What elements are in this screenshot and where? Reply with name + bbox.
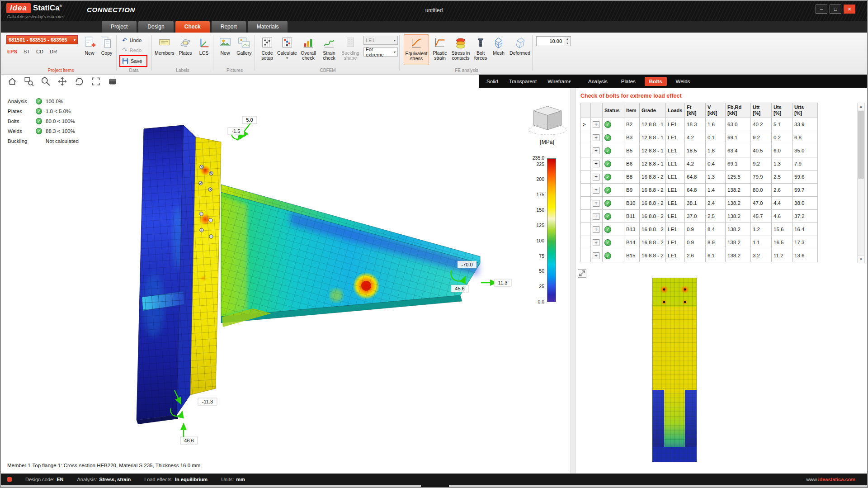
bolt-forces-button[interactable]: Bolt forces xyxy=(472,34,489,65)
home-icon[interactable] xyxy=(7,76,17,86)
model-3d-view[interactable]: 5.0 -1.5 -70.0 45.6 11.3 -11.3 46.6 xyxy=(1,88,571,461)
cell-item: B2 xyxy=(624,118,640,131)
extreme-filter-dropdown[interactable]: For extreme▾ xyxy=(363,47,398,57)
plastic-strain-button[interactable]: Plastic strain xyxy=(430,34,449,65)
statusbar-item: Analysis:Stress, strain xyxy=(77,477,131,482)
tab-design[interactable]: Design xyxy=(138,21,173,33)
status-ok-icon: ✓ xyxy=(604,200,611,207)
table-row[interactable]: >+✓B212 8.8 - 1LE118.31.663.040.25.133.9 xyxy=(581,118,818,131)
table-row[interactable]: +✓B1116 8.8 - 2LE137.02.5138.245.74.637.… xyxy=(581,210,818,223)
cell-v: 8.9 xyxy=(706,236,726,249)
viewport-3d[interactable]: SolidTransparentWireframe xyxy=(1,75,571,474)
new-project-button[interactable]: New xyxy=(81,34,98,65)
panel-splitter[interactable] xyxy=(571,75,576,474)
table-row[interactable]: +✓B512 8.8 - 1LE118.51.863.440.56.035.0 xyxy=(581,144,818,157)
close-button[interactable]: ✕ xyxy=(844,5,855,14)
expand-plus-button[interactable]: + xyxy=(593,161,599,167)
strain-check-button[interactable]: Strain check xyxy=(320,34,338,65)
expand-plus-button[interactable]: + xyxy=(593,226,599,233)
scale-input[interactable] xyxy=(536,36,564,46)
cell-uts: 1.3 xyxy=(772,157,793,171)
plates-labels-button[interactable]: Plates xyxy=(175,34,195,65)
zoom-window-icon[interactable] xyxy=(24,76,34,86)
table-scrollbar[interactable]: ▲ ▼ xyxy=(857,103,865,263)
buckling-shape-button[interactable]: Buckling shape xyxy=(339,34,362,65)
cell-item: B15 xyxy=(624,249,640,262)
orientation-cube[interactable] xyxy=(528,106,566,135)
fit-view-icon[interactable] xyxy=(91,76,101,86)
calculate-button[interactable]: Calculate ▾ xyxy=(278,34,297,65)
cell-grade: 16 8.8 - 2 xyxy=(640,197,666,210)
load-case-dropdown[interactable]: LE1▾ xyxy=(363,36,398,45)
scroll-up-icon[interactable]: ▲ xyxy=(858,103,864,110)
code-setup-button[interactable]: Code setup xyxy=(258,34,277,65)
mesh-button[interactable]: Mesh xyxy=(490,34,507,65)
table-row[interactable]: +✓B916 8.8 - 2LE164.81.4138.280.02.659.7 xyxy=(581,184,818,197)
results-tab-plates[interactable]: Plates xyxy=(617,77,640,86)
check-label: Welds xyxy=(8,128,36,134)
members-labels-button[interactable]: Members xyxy=(155,34,175,65)
check-summary: Analysis✓100.0%Plates✓1.8 < 5.0%Bolts✓80… xyxy=(8,96,79,146)
project-selector-dropdown[interactable]: 681501 - 683515 - 683985▾ xyxy=(6,35,78,44)
expand-plus-button[interactable]: + xyxy=(593,187,599,194)
overall-check-button[interactable]: Overall check xyxy=(297,34,319,65)
column-header-loads: Loads xyxy=(666,103,685,118)
scroll-down-icon[interactable]: ▼ xyxy=(858,256,864,263)
table-row[interactable]: +✓B312 8.8 - 1LE14.20.169.19.20.26.8 xyxy=(581,131,818,144)
cell-ft: 18.5 xyxy=(685,144,706,157)
zoom-icon[interactable] xyxy=(41,76,51,86)
shaded-view-icon[interactable] xyxy=(108,76,118,86)
table-row[interactable]: +✓B1316 8.8 - 2LE10.98.4138.21.215.616.4 xyxy=(581,223,818,236)
undo-button[interactable]: ↶Undo xyxy=(122,36,142,44)
expand-plus-button[interactable]: + xyxy=(593,121,599,128)
table-row[interactable]: +✓B612 8.8 - 1LE14.20.469.19.21.37.9 xyxy=(581,157,818,171)
table-row[interactable]: +✓B1416 8.8 - 2LE10.98.9138.21.116.517.3 xyxy=(581,236,818,249)
pan-icon[interactable] xyxy=(57,76,67,86)
expand-plus-button[interactable]: + xyxy=(593,252,599,259)
tab-project[interactable]: Project xyxy=(102,21,137,33)
view-mode-solid[interactable]: Solid xyxy=(486,79,498,84)
website-link[interactable]: www.ideastatica.com xyxy=(806,477,855,482)
gallery-button[interactable]: Gallery xyxy=(235,34,254,65)
maximize-button[interactable]: □ xyxy=(830,5,841,14)
plate-result-view[interactable] xyxy=(652,278,697,462)
new-picture-button[interactable]: New xyxy=(217,34,233,65)
project-code-cd[interactable]: CD xyxy=(36,49,43,54)
redo-button[interactable]: ↷Redo xyxy=(122,46,142,54)
tab-materials[interactable]: Materials xyxy=(248,21,288,33)
table-row[interactable]: +✓B1516 8.8 - 2LE12.66.1138.23.211.213.6 xyxy=(581,249,818,262)
tab-check[interactable]: Check xyxy=(175,21,210,33)
deformed-button[interactable]: Deformed xyxy=(508,34,532,65)
expand-plus-button[interactable]: + xyxy=(593,200,599,207)
table-row[interactable]: +✓B816 8.8 - 2LE164.81.3125.579.92.559.6 xyxy=(581,171,818,184)
minimize-button[interactable]: – xyxy=(816,5,827,14)
results-tab-analysis[interactable]: Analysis xyxy=(584,77,612,86)
lcs-labels-button[interactable]: LCS xyxy=(195,34,212,65)
copy-button[interactable]: Copy xyxy=(99,34,115,65)
svg-text:5.0: 5.0 xyxy=(246,117,253,123)
project-code-dr[interactable]: DR xyxy=(50,49,57,54)
stress-in-contacts-button[interactable]: Stress in contacts xyxy=(450,34,471,65)
expand-plus-button[interactable]: + xyxy=(593,174,599,180)
spin-up-icon[interactable]: ▲ xyxy=(564,37,571,41)
expand-plus-button[interactable]: + xyxy=(593,239,599,246)
table-row[interactable]: +✓B1016 8.8 - 2LE138.12.4138.247.04.438.… xyxy=(581,197,818,210)
project-code-st[interactable]: ST xyxy=(24,49,30,54)
results-tab-welds[interactable]: Welds xyxy=(671,77,695,86)
expand-view-button[interactable] xyxy=(578,269,586,278)
cell-fbrd: 63.0 xyxy=(726,118,751,131)
equivalent-stress-button[interactable]: Equivalent stress xyxy=(404,34,429,65)
tab-report[interactable]: Report xyxy=(212,21,246,33)
results-tab-bolts[interactable]: Bolts xyxy=(645,77,667,86)
column-header-utts: Utts[%] xyxy=(793,103,818,118)
rotate-icon[interactable] xyxy=(74,76,84,86)
expand-plus-button[interactable]: + xyxy=(593,147,599,154)
spin-down-icon[interactable]: ▼ xyxy=(564,41,571,46)
view-mode-wireframe[interactable]: Wireframe xyxy=(547,79,571,84)
project-code-eps[interactable]: EPS xyxy=(7,49,17,54)
view-mode-transparent[interactable]: Transparent xyxy=(509,79,537,84)
expand-plus-button[interactable]: + xyxy=(593,134,599,141)
check-value: 80.0 < 100% xyxy=(46,118,75,124)
scroll-thumb[interactable] xyxy=(858,111,864,179)
expand-plus-button[interactable]: + xyxy=(593,213,599,220)
